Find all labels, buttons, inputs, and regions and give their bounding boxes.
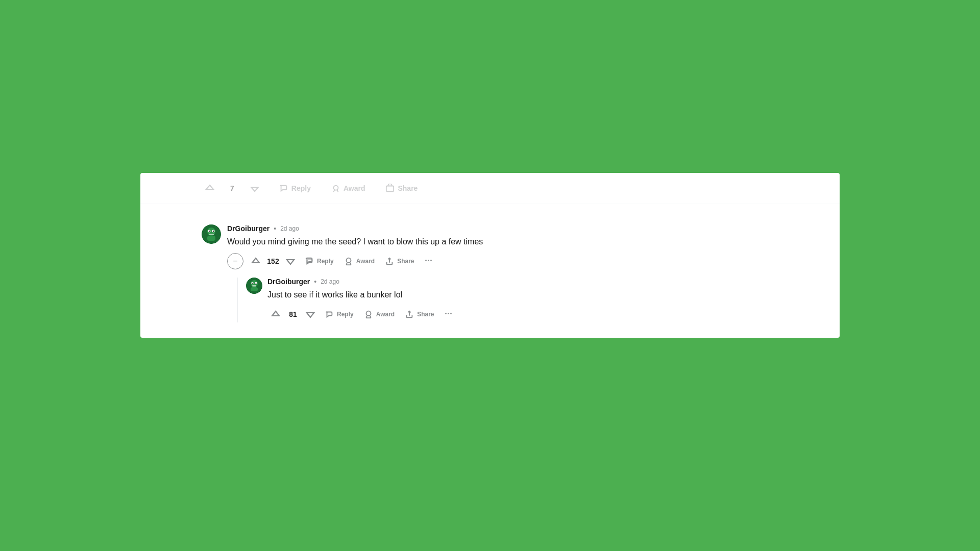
nested-reply-btn[interactable]: Reply [321, 307, 358, 322]
svg-rect-1 [386, 186, 394, 191]
nested-content: DrGoiburger • 2d ago Just to see if it w… [246, 278, 778, 322]
top-vote-count: 7 [230, 184, 234, 192]
svg-point-6 [209, 230, 210, 231]
svg-point-16 [252, 283, 253, 284]
upvote-btn-top[interactable] [202, 180, 218, 196]
svg-point-17 [256, 283, 257, 284]
more-btn[interactable]: ··· [421, 253, 437, 269]
comment-section: DrGoiburger • 2d ago Would you mind givi… [140, 204, 840, 338]
nested-more-btn[interactable]: ··· [440, 306, 457, 322]
collapse-btn[interactable]: − [227, 253, 243, 269]
svg-rect-18 [252, 285, 256, 287]
list-item: DrGoiburger • 2d ago Just to see if it w… [246, 278, 778, 322]
reply-action-bar: 81 [267, 306, 778, 322]
award-btn[interactable]: Award [340, 254, 379, 269]
share-btn-top[interactable]: Share [381, 181, 422, 196]
nested-award-btn[interactable]: Award [360, 307, 399, 322]
vote-group: 152 [248, 253, 299, 269]
comment-header: DrGoiburger • 2d ago [227, 224, 778, 233]
comment-text: Would you mind giving me the seed? I wan… [227, 236, 778, 248]
reply-btn-top[interactable]: Reply [275, 181, 315, 196]
table-row: DrGoiburger • 2d ago Would you mind givi… [202, 224, 778, 322]
reply-vote-group: 81 [267, 306, 318, 322]
svg-rect-9 [207, 236, 215, 241]
username[interactable]: DrGoiburger [227, 224, 270, 233]
reply-btn[interactable]: Reply [301, 254, 338, 269]
page-background: 7 Reply Award [0, 0, 980, 551]
browser-card: 7 Reply Award [140, 173, 840, 338]
top-bar: 7 Reply Award [140, 173, 840, 204]
reply-upvote-btn[interactable] [267, 306, 284, 322]
timestamp: 2d ago [280, 225, 299, 232]
vote-count: 152 [266, 257, 280, 265]
nested-comment-wrapper: DrGoiburger • 2d ago Just to see if it w… [227, 278, 778, 322]
collapse-line[interactable] [237, 278, 238, 322]
svg-rect-8 [209, 234, 214, 235]
reply-downvote-btn[interactable] [302, 306, 318, 322]
svg-point-7 [213, 230, 214, 231]
svg-rect-19 [251, 287, 258, 291]
award-btn-top[interactable]: Award [327, 181, 370, 196]
action-bar: − 152 [227, 253, 778, 269]
reply-dot: • [314, 278, 316, 286]
reply-vote-count: 81 [286, 310, 300, 318]
reply-body: DrGoiburger • 2d ago Just to see if it w… [267, 278, 778, 322]
dot-separator: • [274, 224, 276, 233]
svg-point-20 [366, 311, 371, 315]
downvote-btn-top[interactable] [247, 180, 263, 196]
reply-timestamp: 2d ago [321, 278, 339, 285]
downvote-btn[interactable] [282, 253, 299, 269]
avatar [202, 224, 221, 244]
upvote-btn[interactable] [248, 253, 264, 269]
share-btn[interactable]: Share [381, 254, 418, 269]
reply-text: Just to see if it works like a bunker lo… [267, 289, 778, 301]
svg-point-11 [346, 258, 351, 262]
reply-username[interactable]: DrGoiburger [267, 278, 310, 286]
svg-point-10 [210, 241, 213, 244]
avatar-sm [246, 278, 262, 294]
nested-share-btn[interactable]: Share [401, 307, 438, 322]
svg-point-0 [333, 185, 338, 190]
comment-body: DrGoiburger • 2d ago Would you mind givi… [227, 224, 778, 322]
reply-header: DrGoiburger • 2d ago [267, 278, 778, 286]
